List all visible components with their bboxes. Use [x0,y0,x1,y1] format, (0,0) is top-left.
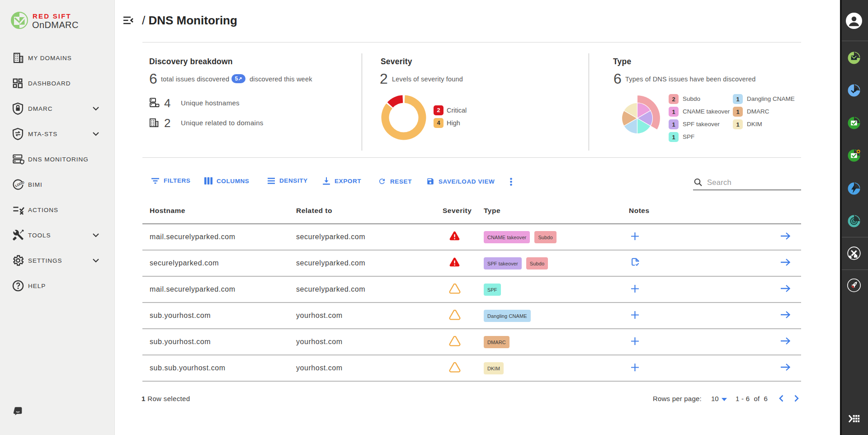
svg-text:LOGO: LOGO [14,180,24,188]
